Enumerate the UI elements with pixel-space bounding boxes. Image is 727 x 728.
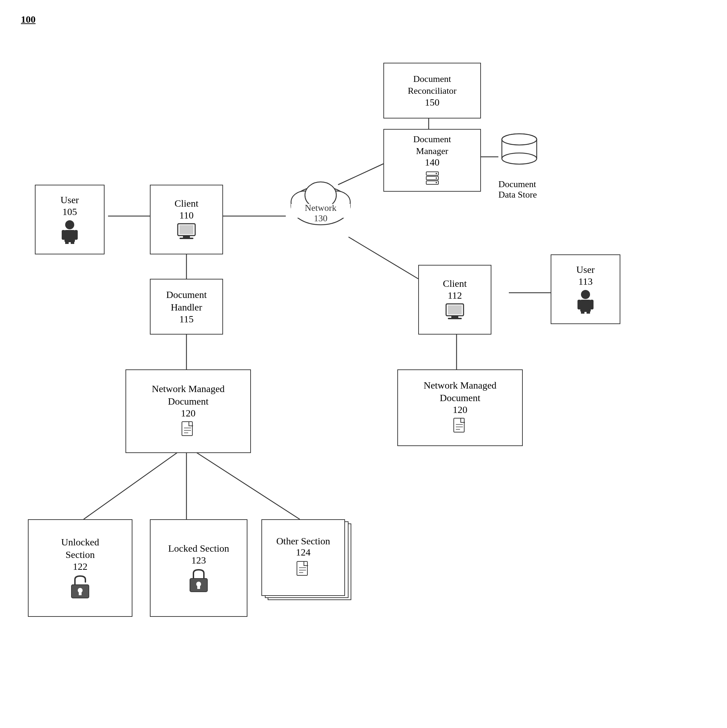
client-112-box: Client 112 bbox=[418, 265, 491, 335]
doc-datastore-label: DocumentData Store bbox=[498, 179, 540, 200]
svg-rect-53 bbox=[182, 422, 192, 436]
user-105-box: User 105 bbox=[35, 185, 104, 254]
svg-point-13 bbox=[65, 220, 74, 229]
svg-rect-17 bbox=[65, 241, 69, 244]
locked-123-label: Locked Section bbox=[168, 542, 229, 555]
svg-rect-46 bbox=[448, 318, 462, 319]
user-113-label: User bbox=[577, 263, 595, 276]
svg-point-47 bbox=[581, 290, 590, 299]
client-112-icon bbox=[444, 303, 465, 322]
doc-manager-140-label: DocumentManager bbox=[413, 133, 451, 157]
svg-rect-51 bbox=[581, 311, 585, 314]
nmd-120-right-icon bbox=[453, 418, 467, 436]
svg-rect-44 bbox=[448, 305, 462, 314]
svg-text:130: 130 bbox=[314, 213, 328, 223]
locked-123-icon bbox=[187, 568, 211, 594]
nmd-120-left-icon bbox=[181, 421, 195, 440]
svg-rect-21 bbox=[183, 236, 190, 238]
svg-text:145: 145 bbox=[513, 167, 526, 167]
diagram-label: 100 bbox=[21, 14, 35, 25]
client-112-num: 112 bbox=[448, 290, 462, 301]
user-113-icon bbox=[577, 289, 594, 315]
svg-rect-50 bbox=[590, 300, 594, 309]
svg-rect-14 bbox=[64, 230, 75, 242]
other-124-box: Other Section 124 bbox=[262, 519, 366, 617]
nmd-120-right-box: Network ManagedDocument 120 bbox=[397, 369, 523, 446]
user-105-icon bbox=[61, 220, 78, 245]
doc-handler-115-box: DocumentHandler 115 bbox=[150, 279, 223, 335]
svg-rect-48 bbox=[580, 300, 591, 312]
client-110-label: Client bbox=[174, 197, 198, 210]
unlocked-122-icon bbox=[68, 574, 92, 600]
nmd-120-left-label: Network ManagedDocument bbox=[152, 382, 225, 408]
nmd-120-left-box: Network ManagedDocument 120 bbox=[126, 369, 251, 453]
user-113-box: User 113 bbox=[551, 254, 620, 324]
svg-rect-16 bbox=[74, 230, 78, 240]
doc-manager-140-box: DocumentManager 140 bbox=[383, 129, 481, 192]
svg-text:Network: Network bbox=[305, 203, 337, 213]
user-105-label: User bbox=[61, 194, 79, 206]
svg-rect-15 bbox=[62, 230, 65, 240]
doc-reconciliator-150-num: 150 bbox=[425, 97, 439, 108]
doc-handler-115-label: DocumentHandler bbox=[166, 289, 207, 314]
svg-rect-66 bbox=[197, 586, 200, 589]
locked-123-box: Locked Section 123 bbox=[150, 519, 248, 617]
client-110-num: 110 bbox=[179, 210, 194, 221]
svg-rect-63 bbox=[79, 592, 81, 595]
client-110-icon bbox=[176, 223, 197, 242]
svg-rect-22 bbox=[179, 238, 193, 239]
svg-point-41 bbox=[502, 134, 537, 145]
unlocked-122-num: 122 bbox=[73, 561, 87, 572]
doc-manager-140-num: 140 bbox=[425, 157, 439, 168]
unlocked-122-label: UnlockedSection bbox=[61, 536, 99, 561]
client-112-label: Client bbox=[443, 277, 467, 290]
client-110-box: Client 110 bbox=[150, 185, 223, 254]
svg-point-33 bbox=[436, 173, 437, 174]
svg-rect-20 bbox=[179, 225, 193, 234]
svg-rect-18 bbox=[71, 241, 74, 244]
nmd-120-right-label: Network ManagedDocument bbox=[424, 379, 496, 405]
locked-123-num: 123 bbox=[191, 555, 206, 566]
nmd-120-right-num: 120 bbox=[453, 404, 467, 415]
svg-rect-52 bbox=[586, 311, 590, 314]
doc-manager-140-icon bbox=[424, 170, 440, 187]
svg-rect-49 bbox=[577, 300, 581, 309]
doc-reconciliator-150-label: DocumentReconciliator bbox=[408, 73, 456, 97]
svg-point-40 bbox=[502, 153, 537, 164]
doc-handler-115-num: 115 bbox=[179, 314, 194, 325]
svg-rect-57 bbox=[454, 418, 464, 432]
nmd-120-left-num: 120 bbox=[181, 408, 196, 419]
svg-line-5 bbox=[349, 237, 418, 279]
unlocked-122-box: UnlockedSection 122 bbox=[28, 519, 132, 617]
user-113-num: 113 bbox=[579, 276, 593, 287]
svg-rect-67 bbox=[297, 561, 308, 575]
network-130-cloud: Network 130 bbox=[286, 171, 355, 240]
svg-line-12 bbox=[187, 446, 300, 519]
doc-datastore-145: 145 DocumentData Store bbox=[498, 132, 540, 200]
user-105-num: 105 bbox=[63, 206, 77, 217]
svg-point-35 bbox=[436, 182, 437, 183]
svg-rect-45 bbox=[452, 316, 458, 318]
doc-reconciliator-150-box: DocumentReconciliator 150 bbox=[383, 63, 481, 118]
svg-line-10 bbox=[84, 446, 187, 519]
svg-point-34 bbox=[436, 177, 437, 179]
